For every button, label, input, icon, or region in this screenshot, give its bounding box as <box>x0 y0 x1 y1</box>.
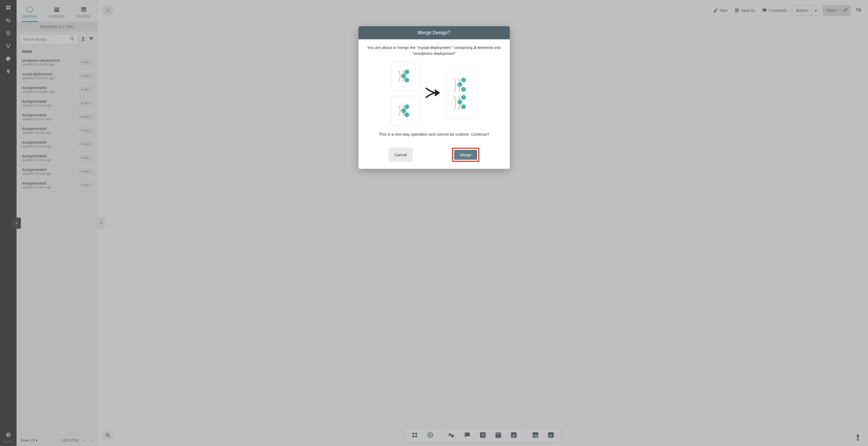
merge-source-card-1 <box>391 61 420 91</box>
svg-point-41 <box>401 73 406 79</box>
merge-source-card-2 <box>391 96 420 125</box>
merge-button[interactable]: Merge <box>454 150 477 160</box>
svg-point-46 <box>461 87 466 92</box>
modal-title: Merge Design? <box>359 26 510 39</box>
svg-point-45 <box>461 78 466 82</box>
merge-modal: Merge Design? You are about to merge the… <box>359 26 510 169</box>
svg-point-43 <box>404 112 409 117</box>
cancel-button[interactable]: Cancel <box>389 148 413 162</box>
svg-point-44 <box>401 108 406 113</box>
svg-point-50 <box>457 99 462 105</box>
svg-point-49 <box>461 105 466 109</box>
modal-overlay[interactable]: Merge Design? You are about to merge the… <box>0 0 868 446</box>
modal-message: You are about to merge the "mysql-deploy… <box>366 45 502 56</box>
svg-point-42 <box>404 105 409 109</box>
merge-target-card <box>446 68 477 119</box>
merge-highlight: Merge <box>452 148 479 162</box>
svg-point-47 <box>457 82 462 87</box>
merge-graphic <box>366 61 502 125</box>
modal-warning: This is a one-way operation and cannot b… <box>366 132 502 137</box>
svg-point-48 <box>461 95 466 100</box>
svg-point-39 <box>404 69 409 75</box>
svg-point-40 <box>404 78 409 82</box>
merge-arrow-icon <box>424 84 443 103</box>
